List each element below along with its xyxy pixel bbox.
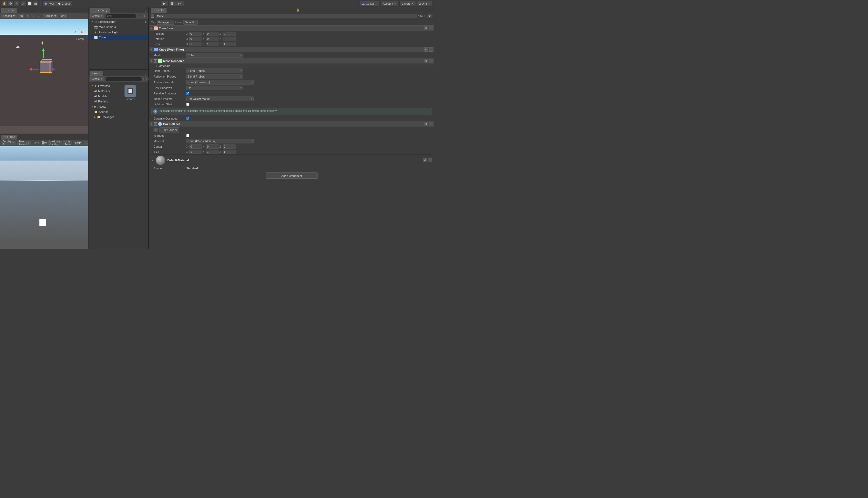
box-collider-enable-checkbox[interactable] [154,122,157,126]
pos-x-input[interactable] [189,32,202,36]
scenes-project-item[interactable]: 🔲 Scenes [121,83,139,103]
transform-more-btn[interactable]: ⋮ [429,26,433,30]
rotate-tool-btn[interactable]: ↻ [14,1,20,6]
mesh-renderer-more-btn[interactable]: ⋮ [429,59,433,63]
static-dropdown[interactable]: ▼ [427,14,432,18]
all-btn[interactable]: ≡All [60,14,67,18]
size-y-input[interactable] [206,150,219,154]
object-name-field[interactable] [156,14,417,18]
layout-btn[interactable]: 2 by 3 ▼ [417,1,432,6]
object-active-checkbox[interactable] [151,14,154,18]
material-more-btn[interactable]: ⋮ [428,158,432,162]
mesh-filter-header[interactable]: ▼ Cube (Mesh Filter) ⚙ ⋮ [149,47,434,52]
transform-header[interactable]: ▼ Transform ⚙ ⋮ [149,25,434,31]
pos-y-input[interactable] [206,32,219,36]
add-component-btn[interactable]: Add Component [266,172,318,179]
step-btn[interactable]: ⏭ [176,1,184,6]
tag-select[interactable]: Untagged [157,20,174,25]
reflection-probes-dropdown[interactable]: Blend Probes ▼ [186,74,243,79]
scene-cube-object[interactable] [38,60,53,75]
display-btn[interactable]: Display 1 ▼ [1,141,16,145]
game-view[interactable] [0,146,88,249]
transform-tool-btn[interactable]: ⊞ [33,1,38,6]
scale-tool-btn[interactable]: ⤢ [20,1,26,6]
size-z-input[interactable] [223,150,236,154]
mesh-renderer-settings-btn[interactable]: ⚙ [424,59,428,63]
cast-shadows-dropdown[interactable]: On ▼ [186,86,243,90]
effects-btn[interactable]: ⬡ [37,14,41,18]
lighting-btn[interactable]: ☀ [25,14,30,18]
mesh-dropdown[interactable]: Cube ⊙ [186,53,243,57]
hierarchy-search[interactable]: ≡All [105,14,136,18]
inspector-tab[interactable]: Inspector [150,8,167,13]
center-x-input[interactable] [189,144,202,149]
global-btn[interactable]: Global [56,1,72,6]
hierarchy-tab[interactable]: ☰ Hierarchy [90,8,110,13]
material-settings-btn[interactable]: ⚙ [423,158,427,162]
layers-btn[interactable]: Layers ▼ [399,1,416,6]
audio-btn[interactable]: ♪ [31,14,36,18]
box-collider-more-btn[interactable]: ⋮ [429,122,433,126]
hand-tool-btn[interactable]: ✋ [2,1,7,6]
all-materials-item[interactable]: All Materials [89,89,120,94]
rot-y-input[interactable] [206,37,219,41]
play-btn[interactable]: ▶ [161,1,168,6]
scene-view[interactable]: ✦ ☁ Y X Z ← P [0,19,88,134]
scene-tab[interactable]: ☰ Scene [1,8,17,13]
scale-y-input[interactable] [206,42,219,46]
pause-btn[interactable]: ⏸ [168,1,176,6]
center-y-input[interactable] [206,144,219,149]
mesh-renderer-enable-checkbox[interactable] [154,60,157,63]
hierarchy-icon-1[interactable]: ⊞ [137,14,142,18]
create-btn-hierarchy[interactable]: Create ▼ [90,14,104,18]
shaded-btn[interactable]: Shaded ▼ [1,14,17,18]
packages-folder-item[interactable]: ▶ 📁 Packages [89,114,120,120]
anchor-override-dropdown[interactable]: None (Transform) ⊙ [186,80,254,84]
game-panel-menu[interactable]: ⋮ [83,135,87,139]
2d-btn[interactable]: 2D [18,14,24,18]
materials-row[interactable]: ▶ Materials [149,64,434,68]
collab-btn[interactable]: ☁ Collab ▼ [359,1,379,6]
scenes-folder-item[interactable]: 📁 Scenes [89,109,120,114]
proj-icon-2[interactable]: ⊡ [146,77,149,81]
cube-hierarchy-item[interactable]: ⬜ Cube [89,35,148,40]
assets-section[interactable]: ▼ ▶ Assets [89,104,120,109]
pivot-btn[interactable]: Pivot [42,1,56,6]
box-collider-header[interactable]: ▼ Box Collider ⚙ ⋮ [149,121,434,127]
stats-btn[interactable]: Stats [74,141,83,145]
account-btn[interactable]: Account ▼ [380,1,398,6]
lightmap-static-checkbox[interactable] [186,103,189,106]
collider-material-dropdown[interactable]: None (Physic Material) ⊙ [186,139,254,143]
maximize-on-play-btn[interactable]: Maximize On Play [48,141,62,145]
main-camera-item[interactable]: 📷 Main Camera [89,24,148,29]
scene-panel-menu[interactable]: ⋮ [83,8,87,12]
rot-z-input[interactable] [223,37,236,41]
scene-more-btn[interactable]: ⊖ [144,19,148,24]
transform-settings-btn[interactable]: ⚙ [424,26,428,30]
project-tab[interactable]: Project [90,70,104,76]
all-prefabs-item[interactable]: All Prefabs [89,99,120,104]
hierarchy-icon-2[interactable]: ⊡ [143,14,147,18]
box-collider-settings-btn[interactable]: ⚙ [424,122,428,126]
game-tab[interactable]: 🎮 Game [1,134,17,140]
is-trigger-checkbox[interactable] [186,134,189,137]
pos-z-input[interactable] [223,32,236,36]
scale-z-input[interactable] [223,42,236,46]
mesh-filter-settings-btn[interactable]: ⚙ [424,48,428,52]
receive-shadows-checkbox[interactable] [186,92,189,95]
edit-collider-label[interactable]: Edit Collider [159,127,179,133]
layer-select[interactable]: Default [183,20,198,25]
dynamic-occluded-checkbox[interactable] [186,117,189,120]
center-z-input[interactable] [223,144,236,149]
project-panel-menu[interactable]: ⋮ [143,71,147,75]
scale-x-input[interactable] [189,42,202,46]
create-btn-project[interactable]: Create ▼ [90,77,104,81]
aspect-btn[interactable]: Free Aspect ▼ [17,141,32,145]
motion-vectors-dropdown[interactable]: Per Object Motion ▼ [186,96,254,101]
mesh-filter-more-btn[interactable]: ⋮ [429,48,433,52]
move-tool-btn[interactable]: ✛ [8,1,13,6]
project-search-input[interactable] [105,77,142,81]
proj-icon-1[interactable]: ⊞ [143,77,145,81]
size-x-input[interactable] [189,150,202,154]
favorites-section[interactable]: ▼ ★ Favorites [89,83,120,89]
